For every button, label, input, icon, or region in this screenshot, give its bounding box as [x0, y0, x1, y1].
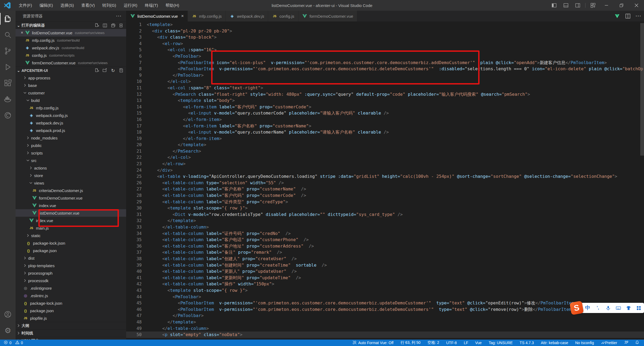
code-line[interactable]: 27 <el-table-column label="客户名称" prop="c… [126, 186, 644, 192]
code-line[interactable]: 20 </template> [126, 142, 644, 148]
code-line[interactable]: 32 </template> [126, 218, 644, 224]
tree-file-item[interactable]: {}package.json [16, 307, 126, 314]
code-line[interactable]: 15 <el-input v-model="query.customerCode… [126, 110, 644, 116]
code-line[interactable]: 39 <el-table-column label="创建时间" prop="c… [126, 262, 644, 268]
code-line[interactable]: 10 </el-col> [126, 78, 644, 85]
tree-folder-item[interactable]: app-process [16, 74, 126, 82]
tree-folder-item[interactable]: customer [16, 89, 126, 97]
code-line[interactable]: 5 <el-col :span="16"> [126, 47, 644, 53]
code-line[interactable]: 29 <el-table-column label="证件类型" prop="c… [126, 199, 644, 205]
code-line[interactable]: 35 <el-table-column label="客户电话" prop="c… [126, 237, 644, 243]
open-editor-item[interactable]: JSconfig.jscustomer\scripts [16, 51, 126, 59]
project-root-header[interactable]: ⌄ AFCENTER-UI ↻ [16, 67, 126, 74]
split-editor-icon[interactable] [625, 13, 631, 19]
settings-icon[interactable]: ⚙ [0, 322, 16, 338]
code-line[interactable]: 23 </el-row> [126, 161, 644, 167]
open-editor-item[interactable]: JSmfp.config.jscustomer\build [16, 36, 126, 44]
close-button[interactable] [629, 0, 644, 11]
open-editor-item[interactable]: formDemoCustomer.vuecustomer\src\views [16, 59, 126, 67]
close-icon[interactable]: × [19, 30, 25, 35]
code-line[interactable]: 37 <el-table-column label="备注" prop="rem… [126, 249, 644, 256]
skin-icon[interactable] [626, 305, 631, 311]
tab-webpack.dev.js[interactable]: ◈webpack.dev.js [226, 11, 268, 21]
refresh-icon[interactable]: ↻ [111, 68, 115, 73]
code-line[interactable]: 12 <PmSearch class="float-right" style="… [126, 91, 644, 98]
tab-listDemoCustomer.vue[interactable]: listDemoCustomer.vue× [126, 11, 188, 21]
editor-layout-icon[interactable] [103, 23, 107, 28]
code-line[interactable]: 16 </el-form-item> [126, 116, 644, 123]
code-line[interactable]: 33 </el-table-column> [126, 224, 644, 230]
tree-folder-item[interactable]: static [16, 232, 126, 239]
status-item-No tsconfig[interactable]: No tsconfig [575, 341, 594, 345]
source-control-icon[interactable] [0, 43, 16, 59]
status-item-Vue[interactable]: Vue [475, 341, 482, 345]
status-item-0[interactable]: 0 [15, 340, 23, 345]
code-line[interactable]: 22 </el-col> [126, 154, 644, 161]
code-line[interactable]: 14 <el-form-item label="客户代码" prop="cust… [126, 104, 644, 110]
code-line[interactable]: 48 </template> [126, 319, 644, 325]
code-line[interactable]: 41 <el-table-column label="更新时间" prop="u… [126, 275, 644, 281]
status-item-TS 4.7.3[interactable]: TS 4.7.3 [520, 341, 534, 345]
docker-icon[interactable] [0, 91, 16, 107]
explorer-icon[interactable] [0, 11, 16, 27]
code-line[interactable]: 47 </PmToolbar> [126, 312, 644, 319]
status-item-UTF-8[interactable]: UTF-8 [446, 341, 457, 345]
close-all-icon[interactable] [119, 23, 123, 28]
code-line[interactable]: 1<template> [126, 21, 644, 28]
code-line[interactable]: 31 <Dict v-model="row.credentialsType" d… [126, 211, 644, 218]
code-editor[interactable]: 1<template>2 <div class="pl-20 pr-20 pb-… [126, 21, 644, 340]
code-line[interactable]: 44 <PmToolbar> [126, 294, 644, 300]
open-editor-item[interactable]: ◈webpack.dev.jscustomer\build [16, 44, 126, 51]
tree-file-item[interactable]: JSplopfile.js [16, 314, 126, 322]
sidebar-section-大纲[interactable]: 大纲 [16, 322, 126, 329]
code-line[interactable]: 24 </div> [126, 167, 644, 174]
minimize-button[interactable] [599, 0, 614, 11]
tree-folder-item[interactable]: views [16, 179, 126, 187]
code-line[interactable]: 9 </PmToolbar> [126, 72, 644, 79]
code-line[interactable]: 34 <el-table-column label="证件号码" prop="c… [126, 230, 644, 237]
code-line[interactable]: 18 <el-input v-model="query.customerName… [126, 129, 644, 135]
collapse-all-icon[interactable] [119, 68, 123, 73]
virtual-keyboard-icon[interactable] [616, 305, 621, 311]
tree-folder-item[interactable]: build [16, 97, 126, 104]
sidebar-section-时间线[interactable]: 时间线 [16, 329, 126, 337]
chinese-mode-icon[interactable]: 中 [585, 304, 590, 311]
open-editor-item[interactable]: ×listDemoCustomer.vuecustomer\src\views [16, 29, 126, 36]
status-item-Auto Format Vue: Off[interactable]: Auto Format Vue: Off [353, 340, 394, 345]
code-line[interactable]: 8 <PmToolbarItem v-permission="'com.prim… [126, 66, 644, 72]
tree-folder-item[interactable]: node_modules [16, 134, 126, 142]
extensions-icon[interactable] [0, 75, 16, 91]
menu-item[interactable]: 查看(V) [78, 0, 98, 11]
code-line[interactable]: 38 <el-table-column label="创建人" prop="cr… [126, 256, 644, 262]
code-line[interactable]: 28 <el-table-column label="客户代码" prop="c… [126, 192, 644, 199]
status-item-0[interactable]: 0 [4, 340, 12, 345]
tree-file-item[interactable]: listDemoCustomer.vue [16, 209, 126, 217]
code-line[interactable]: 17 <el-form-item label="客户名称" prop="cust… [126, 123, 644, 129]
status-item[interactable] [624, 340, 628, 345]
status-item-空格: 2[interactable]: 空格: 2 [427, 340, 439, 345]
toggle-sidebar-icon[interactable] [548, 0, 560, 11]
tree-file-item[interactable]: JSmfp.config.js [16, 104, 126, 112]
tree-folder-item[interactable]: processgraph [16, 269, 126, 277]
status-item-Tag: UNSURE[interactable]: Tag: UNSURE [489, 341, 513, 345]
tree-folder-item[interactable]: public [16, 142, 126, 149]
tree-folder-item[interactable]: src [16, 157, 126, 164]
menu-item[interactable]: 运行(R) [120, 0, 141, 11]
voice-icon[interactable] [605, 305, 611, 311]
tree-folder-item[interactable]: dist [16, 254, 126, 262]
status-item-Prettier[interactable]: ✓✓ Prettier [601, 341, 617, 345]
status-item[interactable] [635, 340, 639, 345]
code-line[interactable]: 13 <template slot="body"> [126, 97, 644, 104]
punctuation-icon[interactable]: ’, [595, 305, 601, 310]
code-line[interactable]: 46 <PmToolbarItem v-permission="'com.pri… [126, 306, 644, 313]
tree-folder-item[interactable]: base [16, 82, 126, 89]
tree-file-item[interactable]: index.vue [16, 217, 126, 224]
more-actions-icon[interactable]: ··· [635, 13, 642, 19]
tree-file-item[interactable]: index.vue [16, 202, 126, 209]
menu-item[interactable]: 选择(S) [57, 0, 78, 11]
tab-mfp.config.js[interactable]: JSmfp.config.js [188, 11, 226, 21]
code-line[interactable]: 21 </PmSearch> [126, 148, 644, 154]
tree-file-item[interactable]: ◈webpack.dev.js [16, 119, 126, 127]
menu-item[interactable]: 转到(G) [98, 0, 120, 11]
run-debug-icon[interactable] [0, 59, 16, 75]
